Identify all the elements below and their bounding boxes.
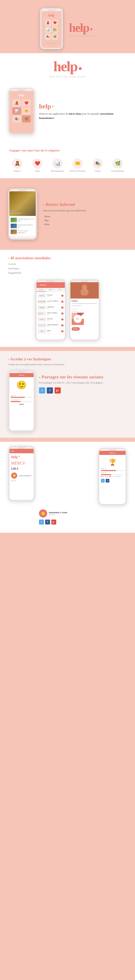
bottom-layout: help help MERCI! 1,95 € 🌟 youth foundati… bbox=[8, 446, 127, 525]
twitter-icon[interactable]: t bbox=[39, 387, 45, 393]
unicef-count: ♥ 40 bbox=[47, 296, 60, 297]
news-phone: END POVERTY Actualité importante sur les… bbox=[8, 188, 37, 240]
categories-title: › Engagez vous dans l'une des 6 catégori… bbox=[8, 149, 127, 152]
mecene-facebook-icon[interactable]: f bbox=[106, 479, 109, 482]
hero-section: help 🧸 ❤️ 📊 🖼️ 🎭 🌿 Développement help Po… bbox=[0, 0, 135, 53]
news-list-item-3: Infos bbox=[43, 223, 127, 226]
legend-label-1: 48% bbox=[102, 476, 104, 477]
mecene-twitter-icon[interactable]: t bbox=[101, 479, 104, 482]
save-logo: Save the Children bbox=[38, 299, 46, 304]
app-description: Help est une application de micro dons p… bbox=[39, 112, 127, 120]
assoc-subtitle: ActionsStatistiquesEngagements bbox=[8, 262, 127, 275]
main-logo-container: help bbox=[53, 59, 82, 74]
cat-enfance: 🧸 Enfance bbox=[9, 158, 26, 172]
hero-logo-text: help bbox=[69, 21, 89, 34]
unicef-btn[interactable]: › bbox=[61, 295, 64, 297]
bottom-phone: help help MERCI! 1,95 € 🌟 youth foundati… bbox=[8, 446, 35, 501]
detail-donate-btn[interactable]: Donner bbox=[72, 326, 98, 331]
back-icon: ‹ bbox=[38, 283, 39, 287]
svg-point-1 bbox=[82, 285, 87, 290]
mecene-bar-2 bbox=[101, 474, 124, 475]
bottom-header: help bbox=[10, 449, 34, 453]
donate-label[interactable]: Donner bbox=[72, 327, 80, 331]
legend-label-5: 5% bbox=[120, 476, 121, 477]
detail-content: Enfance Association mondiale pour la pro… bbox=[71, 299, 99, 332]
nma-btn[interactable]: › bbox=[61, 330, 64, 332]
fttc-btn[interactable]: › bbox=[61, 312, 64, 315]
childfund-btn[interactable]: › bbox=[61, 307, 64, 309]
desc-phone: help 🧸 ❤️ 📊 🤲 🎭 🌿 bbox=[8, 88, 35, 135]
mecene-stat-1: Dons: 12 bbox=[101, 468, 124, 469]
cat-env: 🌿 Environnement bbox=[109, 158, 126, 172]
youth-count: ♥ 15 bbox=[47, 326, 60, 327]
bottom-google-icon[interactable]: g+ bbox=[51, 520, 56, 525]
google-icon[interactable]: g+ bbox=[55, 387, 61, 393]
mecene-content: 🏆 Dons: 12 Assoc: 5 48% bbox=[99, 455, 125, 484]
nma-count: ♥ 12 bbox=[47, 331, 60, 333]
main-tagline: Pour faire une bonne action bbox=[8, 75, 127, 78]
mecene-social-icons: t f bbox=[101, 479, 124, 482]
cat-label-culture: Culture bbox=[95, 170, 101, 172]
phone-icon-enfance: 🧸 bbox=[45, 20, 51, 26]
legend-item-1: 48% bbox=[101, 476, 104, 477]
categories-section: › Engagez vous dans l'une des 6 catégori… bbox=[0, 143, 135, 178]
stats-screen: Mécène 🙂 Dons: 12 Associations: 5 bbox=[10, 373, 34, 430]
assoc-header-left: ‹ Enfance bbox=[37, 282, 65, 288]
youth-bottom-row: 🌟 youth foundation bbox=[11, 473, 32, 479]
facebook-icon[interactable]: f bbox=[47, 387, 53, 393]
youth-info: Youth Foundation ♥ 15 bbox=[47, 324, 60, 327]
stats-bar-2 bbox=[11, 401, 32, 402]
desc-bold-1: micro dons bbox=[69, 112, 82, 115]
save-btn[interactable]: › bbox=[61, 301, 64, 303]
stats-bottom: Dons: 12 Associations: 5 1,95 € bbox=[10, 393, 34, 407]
bottom-twitter-icon[interactable]: t bbox=[39, 520, 44, 525]
she-btn[interactable]: › bbox=[61, 318, 64, 320]
stats-row-2: Associations: 5 bbox=[11, 399, 32, 401]
social-section: › Partagez sur les réseaux sociaux Pour … bbox=[39, 370, 127, 393]
detail-screen: Enfance Association mondiale pour la pro… bbox=[71, 282, 99, 339]
nma-name: NMA bbox=[47, 330, 60, 331]
poverty-text: POVERTY bbox=[11, 212, 21, 215]
cat-icon-env: 🌿 bbox=[112, 158, 123, 169]
phone-icon-dev: 📊 bbox=[45, 27, 51, 33]
assoc-row-unicef: UNICEF UNICEF ♥ 40 › bbox=[37, 293, 64, 299]
legend-label-2: 22% bbox=[107, 476, 109, 477]
desc-logo: help bbox=[39, 102, 53, 110]
news-text-2: Développement durable et aide... bbox=[18, 224, 34, 228]
legend-dot-3 bbox=[109, 476, 111, 477]
news-description: › Restez Informé Suivez les associations… bbox=[41, 202, 127, 226]
stats-value-display: 1,95 € bbox=[11, 403, 32, 406]
nma-logo: NMA bbox=[38, 329, 46, 333]
divider-1 bbox=[0, 178, 135, 182]
news-hero-image: END POVERTY bbox=[10, 191, 36, 216]
tab-sante[interactable]: Santé bbox=[46, 288, 55, 292]
fttc-info: Tell the Children ♥ 22 bbox=[47, 312, 60, 315]
associations-section: › 48 associations mondiales ActionsStati… bbox=[0, 250, 135, 347]
assoc-header-title: Enfance bbox=[40, 284, 47, 286]
she-logo: She Girls bbox=[38, 317, 46, 321]
news-item-2: Développement durable et aide... bbox=[11, 223, 34, 229]
legend-item-4: 10% bbox=[114, 476, 117, 477]
assoc-prefix: › 48 bbox=[8, 256, 15, 260]
news-text-1: Actualité importante sur les droits... bbox=[18, 218, 34, 222]
she-name: She Girls bbox=[47, 318, 60, 320]
assoc-row-she: She Girls She Girls ♥ 18 › bbox=[37, 317, 64, 323]
cat-icon-droits: 🤲 bbox=[72, 158, 83, 169]
youth-foundation-label: foundation 3 youth bbox=[49, 511, 67, 514]
cat-label-env: Environnement bbox=[111, 170, 124, 172]
tab-enfance[interactable]: Enfance bbox=[37, 288, 46, 292]
cat-label-dev: Développement bbox=[51, 170, 64, 172]
stats-phone: Mécène 🙂 Dons: 12 Associations: 5 bbox=[8, 370, 35, 431]
bottom-facebook-icon[interactable]: f bbox=[45, 520, 50, 525]
cat-sante: ❤️ Santé bbox=[29, 158, 45, 172]
legend-item-3: 15% bbox=[109, 476, 113, 477]
unicef-info: UNICEF ♥ 40 bbox=[47, 294, 60, 297]
desc-text-1: Help est une application de bbox=[39, 112, 69, 115]
youth-btn[interactable]: › bbox=[61, 325, 64, 326]
cat-title-suffix: dans l'une des 6 catégories bbox=[26, 149, 59, 152]
fttc-name: Tell the Children bbox=[47, 312, 60, 314]
assoc-suffix: mondiales bbox=[34, 256, 51, 260]
phone-icon-culture: 🎭 bbox=[45, 33, 51, 40]
news-items-list: News Plus Infos bbox=[43, 215, 127, 226]
tab-dev[interactable]: Dév. bbox=[55, 288, 65, 292]
